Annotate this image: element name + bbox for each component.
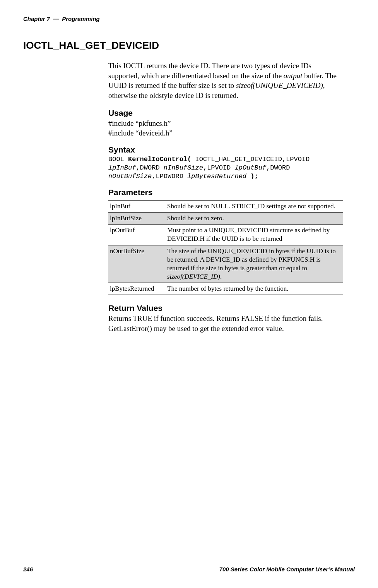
param-desc: The size of the UNIQUE_DEVICEID in bytes… xyxy=(166,245,343,283)
syntax-arg7: ,DWORD xyxy=(266,164,290,171)
return-values-heading: Return Values xyxy=(108,303,343,313)
param-name: lpInBufSize xyxy=(108,213,166,225)
intro-paragraph: This IOCTL returns the device ID. There … xyxy=(108,61,343,101)
usage-heading: Usage xyxy=(108,108,343,118)
intro-text-1: This IOCTL returns the device ID. There … xyxy=(108,62,311,80)
main-heading: IOCTL_HAL_GET_DEVICEID xyxy=(23,39,355,51)
syntax-fn: KernelIoControl( xyxy=(128,156,191,163)
syntax-arg8: nOutBufSize xyxy=(108,173,152,180)
syntax-arg2: lpInBuf xyxy=(108,164,136,171)
footer-title: 700 Series Color Mobile Computer User’s … xyxy=(219,566,355,573)
include-line-1: #include “pkfuncs.h” xyxy=(108,118,343,129)
param-name: lpBytesReturned xyxy=(108,283,166,295)
param-desc: Should be set to zero. xyxy=(166,213,343,225)
page-footer: 246 700 Series Color Mobile Computer Use… xyxy=(23,566,355,573)
sizeof-expr: sizeof(UNIQUE_DEVICEID) xyxy=(236,81,323,89)
param-desc: Must point to a UNIQUE_DEVICEID structur… xyxy=(166,225,343,245)
syntax-arg3: ,DWORD xyxy=(136,164,163,171)
param-desc-italic: sizeof(DEVICE_ID) xyxy=(167,273,220,280)
param-desc: Should be set to NULL. STRICT_ID setting… xyxy=(166,201,343,213)
table-row: lpInBuf Should be set to NULL. STRICT_ID… xyxy=(108,201,343,213)
table-row: lpOutBuf Must point to a UNIQUE_DEVICEID… xyxy=(108,225,343,245)
syntax-arg6: lpOutBuf xyxy=(235,164,267,171)
chapter-label: Chapter 7 xyxy=(23,15,50,22)
parameters-table: lpInBuf Should be set to NULL. STRICT_ID… xyxy=(108,200,343,295)
content-block: This IOCTL returns the device ID. There … xyxy=(108,61,343,333)
page-header: Chapter 7 — Programming xyxy=(23,15,355,22)
syntax-arg5: ,LPVOID xyxy=(203,164,235,171)
output-word: output xyxy=(284,72,303,80)
section-label: Programming xyxy=(62,15,100,22)
param-desc-post: . xyxy=(220,273,222,280)
syntax-type: BOOL xyxy=(108,156,128,163)
include-line-2: #include “deviceid.h” xyxy=(108,128,343,138)
parameters-heading: Parameters xyxy=(108,188,343,197)
syntax-arg4: nInBufSize xyxy=(164,164,203,171)
syntax-arg10: lpBytesReturned xyxy=(187,173,246,180)
header-dash: — xyxy=(53,15,59,22)
syntax-heading: Syntax xyxy=(108,145,343,154)
param-desc: The number of bytes returned by the func… xyxy=(166,283,343,295)
syntax-arg1: IOCTL_HAL_GET_DEVICEID,LPVOID xyxy=(191,156,310,163)
syntax-arg9: ,LPDWORD xyxy=(152,173,187,180)
table-row: lpBytesReturned The number of bytes retu… xyxy=(108,283,343,295)
param-name: lpInBuf xyxy=(108,201,166,213)
table-row: lpInBufSize Should be set to zero. xyxy=(108,213,343,225)
param-name: nOutBufSize xyxy=(108,245,166,283)
syntax-close: ); xyxy=(246,173,258,180)
table-row: nOutBufSize The size of the UNIQUE_DEVIC… xyxy=(108,245,343,283)
param-desc-pre: The size of the UNIQUE_DEVICEID in bytes… xyxy=(167,247,336,272)
syntax-code: BOOL KernelIoControl( IOCTL_HAL_GET_DEVI… xyxy=(108,155,343,181)
param-name: lpOutBuf xyxy=(108,225,166,245)
page-number: 246 xyxy=(23,566,33,573)
return-values-text: Returns TRUE if function succeeds. Retur… xyxy=(108,314,343,333)
